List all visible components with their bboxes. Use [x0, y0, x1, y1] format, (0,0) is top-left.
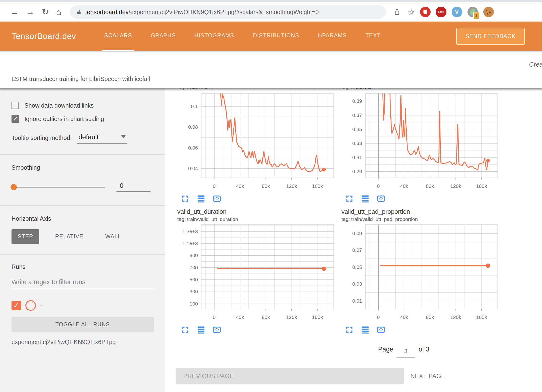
- svg-text:160k: 160k: [312, 314, 323, 320]
- reload-icon[interactable]: ↻: [42, 8, 49, 16]
- svg-text:700: 700: [190, 265, 198, 270]
- runs-filter-input[interactable]: [12, 278, 154, 289]
- svg-text:1.1e+3: 1.1e+3: [182, 241, 198, 246]
- fit-to-data-icon: [376, 325, 386, 334]
- runs-selector-button[interactable]: [196, 325, 206, 334]
- toggle-all-runs-button[interactable]: TOGGLE ALL RUNS: [12, 317, 154, 332]
- charts-panel: tag: train/valid_... 040k80k120k160k0.04…: [165, 88, 542, 392]
- fit-to-data-icon: [212, 325, 221, 334]
- run-color-circle-icon[interactable]: [25, 300, 36, 311]
- chart-tag-clipped: tag: train/valid_...: [177, 88, 335, 91]
- home-icon[interactable]: ⌂: [56, 8, 61, 16]
- ignore-outliers-row[interactable]: Ignore outliers in chart scaling: [12, 115, 154, 123]
- chart-actions: [341, 325, 500, 334]
- chart-card: valid_utt_pad_proportion tag: train/vali…: [341, 208, 500, 334]
- svg-text:0: 0: [377, 183, 380, 189]
- fit-domain-button[interactable]: [376, 325, 386, 334]
- scalar-line-chart[interactable]: 040k80k120k160k0.290.310.330.350.370.39: [341, 92, 500, 193]
- svg-text:0.29: 0.29: [352, 169, 362, 174]
- svg-text:100: 100: [190, 301, 198, 306]
- expand-chart-button[interactable]: [345, 325, 354, 334]
- adblock-extension-icon[interactable]: [420, 7, 431, 17]
- show-download-links-label: Show data download links: [24, 102, 94, 109]
- created-text-clipped: Crea: [529, 61, 542, 68]
- run-name: .: [41, 300, 42, 308]
- back-icon[interactable]: ←: [10, 8, 19, 16]
- expand-chart-button[interactable]: [345, 194, 354, 203]
- runs-selector-button[interactable]: [361, 325, 370, 334]
- fullscreen-icon: [181, 325, 190, 334]
- smoothing-value-input[interactable]: 0: [116, 182, 150, 192]
- run-item-row: .: [12, 300, 154, 311]
- tab-text[interactable]: TEXT: [363, 22, 383, 51]
- experiment-title: LSTM transducer training for LibriSpeech…: [12, 75, 150, 82]
- fit-domain-button[interactable]: [212, 194, 221, 203]
- tooltip-sorting-select[interactable]: default: [77, 133, 127, 144]
- svg-text:0: 0: [213, 314, 216, 320]
- svg-text:80k: 80k: [426, 183, 434, 189]
- next-page-button[interactable]: NEXT PAGE: [410, 368, 445, 384]
- svg-text:80k: 80k: [426, 314, 434, 320]
- axis-step-button[interactable]: STEP: [12, 229, 39, 244]
- tab-scalars[interactable]: SCALARS: [102, 22, 134, 51]
- run-checkbox-checked-icon[interactable]: [12, 301, 21, 310]
- svg-text:40k: 40k: [236, 183, 244, 189]
- brand-logo[interactable]: TensorBoard.dev: [12, 31, 76, 41]
- v-extension-icon[interactable]: V: [452, 7, 462, 17]
- scalar-line-chart[interactable]: 040k80k120k160k0.040.060.080.1: [177, 92, 335, 193]
- notification-badge: 1: [473, 12, 479, 19]
- cookie-extension-icon[interactable]: [483, 7, 494, 17]
- expand-chart-button[interactable]: [181, 194, 190, 203]
- runs-selector-button[interactable]: [361, 194, 370, 203]
- horizontal-axis-label: Horizontal Axis: [12, 215, 154, 222]
- hand-icon: [423, 10, 427, 14]
- scalar-line-chart[interactable]: 040k80k120k160k0.010.030.050.070.09: [341, 223, 500, 324]
- axis-relative-button[interactable]: RELATIVE: [49, 229, 90, 244]
- tab-histograms[interactable]: HISTOGRAMS: [192, 22, 236, 51]
- chart-card: tag: train/valid_... 040k80k120k160k0.04…: [177, 88, 335, 203]
- checkbox-unchecked-icon[interactable]: [12, 102, 19, 109]
- page-number-input[interactable]: 3: [397, 348, 415, 357]
- bookmark-star-icon[interactable]: ☆: [408, 8, 415, 16]
- url-text: tensorboard.dev/experiment/cj2vtPiwQHKN9…: [85, 9, 319, 16]
- svg-text:80k: 80k: [262, 314, 270, 320]
- tensorboard-header: TensorBoard.dev SCALARS GRAPHS HISTOGRAM…: [0, 22, 542, 51]
- tab-graphs[interactable]: GRAPHS: [149, 22, 178, 51]
- fit-domain-button[interactable]: [212, 325, 221, 334]
- svg-text:0.01: 0.01: [352, 298, 362, 304]
- svg-text:0.09: 0.09: [352, 231, 362, 236]
- expand-chart-button[interactable]: [181, 325, 190, 334]
- svg-text:80k: 80k: [262, 183, 270, 189]
- profile-avatar[interactable]: 1: [467, 7, 478, 17]
- tab-hparams[interactable]: HPARAMS: [316, 22, 349, 51]
- fit-to-data-icon: [376, 194, 386, 203]
- show-download-links-row[interactable]: Show data download links: [12, 102, 154, 109]
- abp-extension-icon[interactable]: ABP: [436, 7, 446, 17]
- previous-page-button[interactable]: PREVIOUS PAGE: [176, 368, 404, 384]
- svg-text:120k: 120k: [286, 314, 297, 320]
- tooltip-sorting-row: Tooltip sorting method: default: [12, 133, 154, 144]
- runs-selector-button[interactable]: [196, 194, 206, 203]
- send-feedback-button[interactable]: SEND FEEDBACK: [456, 28, 525, 45]
- slider-thumb[interactable]: [11, 184, 17, 190]
- smoothing-slider-row: 0: [12, 182, 154, 192]
- svg-text:120k: 120k: [286, 183, 297, 189]
- scalar-line-chart[interactable]: 040k80k120k160k1003005007009001.1e+31.3e…: [177, 223, 335, 324]
- checkbox-checked-icon[interactable]: [12, 115, 19, 123]
- svg-text:1.3e+3: 1.3e+3: [182, 229, 198, 234]
- address-bar[interactable]: tensorboard.dev/experiment/cj2vtPiwQHKN9…: [70, 5, 386, 19]
- svg-text:0.07: 0.07: [352, 247, 362, 253]
- tab-distributions[interactable]: DISTRIBUTIONS: [251, 22, 301, 51]
- forward-icon[interactable]: →: [26, 8, 35, 16]
- share-icon[interactable]: [393, 8, 401, 16]
- browser-toolbar: ← → ↻ ⌂ tensorboard.dev/experiment/cj2vt…: [0, 2, 542, 22]
- fit-domain-button[interactable]: [376, 194, 386, 203]
- page-label: Page: [378, 346, 393, 353]
- smoothing-slider[interactable]: [12, 187, 105, 188]
- chart-title: valid_utt_pad_proportion: [341, 208, 500, 215]
- svg-text:0: 0: [377, 314, 380, 320]
- svg-text:0.06: 0.06: [188, 145, 198, 150]
- svg-text:0.03: 0.03: [352, 281, 362, 287]
- axis-wall-button[interactable]: WALL: [99, 229, 127, 244]
- experiment-id-label: experiment cj2vtPiwQHKN9Q1tx6PTpg: [12, 339, 154, 346]
